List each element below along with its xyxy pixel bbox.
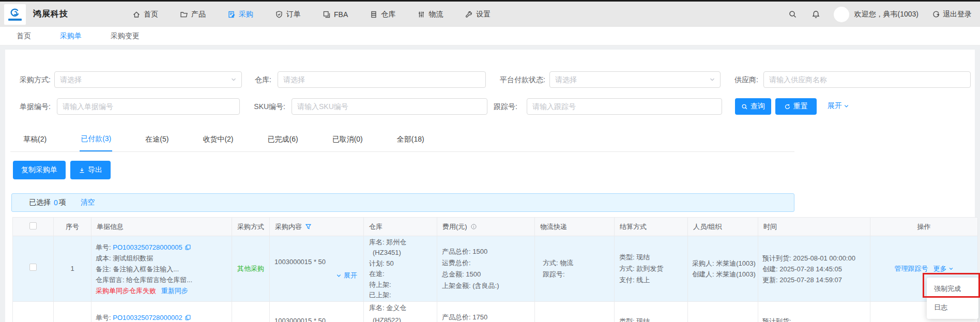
shield-check-icon — [275, 10, 283, 19]
selected-label: 已选择 — [29, 198, 51, 207]
table-row: 1 单号: PO1003250728000005 成本: 测试组织数据 备注: … — [13, 236, 978, 302]
expand-row-link[interactable]: 展开 — [274, 270, 361, 281]
header-method: 采购方式 — [232, 218, 270, 236]
copy-po-button[interactable]: 复制采购单 — [13, 161, 66, 179]
export-button[interactable]: 导出 — [70, 161, 111, 179]
status-tab-completed[interactable]: 已完成(6) — [267, 128, 299, 151]
sync-error-text: 采购单同步仓库失败 — [96, 287, 156, 295]
copy-icon[interactable] — [185, 244, 191, 251]
logo-swirl-icon — [9, 8, 21, 18]
order-no-link[interactable]: PO1003250728000005 — [113, 243, 182, 251]
download-icon — [79, 167, 85, 174]
status-tab-all[interactable]: 全部(18) — [396, 128, 425, 151]
info-circle-icon[interactable] — [470, 223, 477, 230]
search-icon[interactable] — [788, 10, 797, 19]
home-icon — [132, 10, 141, 19]
status-tab-draft[interactable]: 草稿(2) — [22, 128, 48, 151]
tracking-no-input[interactable] — [527, 98, 722, 115]
filter-label-sku-no: SKU编号: — [243, 98, 285, 115]
cell-line: 方式: 款到发货 — [619, 263, 685, 274]
nav-item-purchase[interactable]: 采购 — [224, 8, 256, 21]
resync-link[interactable]: 重新同步 — [161, 287, 188, 295]
nav-item-label: 物流 — [428, 10, 443, 19]
nav-item-label: 采购 — [239, 10, 253, 19]
avatar[interactable] — [834, 7, 849, 22]
nav-item-products[interactable]: 产品 — [177, 8, 209, 21]
row-index: 1 — [54, 236, 91, 302]
manage-tracking-link[interactable]: 管理跟踪号 — [895, 264, 928, 274]
warehouse-input[interactable] — [278, 71, 486, 88]
order-no-label: 单号: — [96, 243, 111, 251]
chevron-down-icon — [336, 273, 342, 279]
main-menu: 首页 产品 采购 订单 — [129, 8, 494, 21]
expand-filters-label: 展开 — [828, 101, 842, 111]
order-no-link[interactable]: PO1003250728000002 — [113, 314, 182, 321]
tab-purchase-changes[interactable]: 采购变更 — [111, 32, 140, 41]
settlement-cell: 类型: 现结 — [615, 302, 688, 322]
filter-funnel-icon[interactable] — [305, 223, 312, 230]
toolbar: 复制采购单 导出 — [13, 161, 111, 179]
app-logo[interactable] — [4, 4, 26, 25]
tabs-divider — [10, 151, 794, 152]
status-tab-cancelled[interactable]: 已取消(0) — [331, 128, 364, 151]
content-cell: 1003000015 * 50 — [270, 302, 364, 322]
nav-item-logistics[interactable]: 物流 — [414, 8, 446, 21]
warehouse-cell: 库名: 郑州仓 (HZ3451) 计划: 50 在途: 待上架: 已上架: — [364, 236, 437, 302]
row-index — [54, 302, 91, 322]
header-select-all — [13, 218, 54, 236]
row-checkbox[interactable] — [29, 264, 37, 271]
logistics-cell — [535, 302, 615, 322]
header-index: 序号 — [54, 218, 91, 236]
header-time: 时间 — [758, 218, 870, 236]
cell-line: 方式: 物流 — [543, 257, 612, 269]
nav-item-label: 订单 — [286, 10, 301, 19]
logout-label: 退出登录 — [943, 10, 972, 19]
dropdown-item-force-complete[interactable]: 强制完成 — [927, 280, 978, 298]
logout-button[interactable]: 退出登录 — [932, 10, 972, 19]
cell-line: (HZ8522) — [369, 314, 435, 322]
cell-line: 计划: 50 — [369, 258, 435, 269]
purchase-method-select[interactable] — [54, 71, 242, 88]
status-tab-paid[interactable]: 已付款(3) — [80, 128, 112, 151]
header-content: 采购内容 — [270, 218, 364, 236]
nav-item-orders[interactable]: 订单 — [272, 8, 304, 21]
method-cell: 其他采购 — [232, 236, 270, 302]
reset-button[interactable]: 重置 — [775, 98, 817, 115]
selected-unit: 项 — [59, 198, 66, 207]
status-tab-receiving[interactable]: 收货中(2) — [202, 128, 234, 151]
supplier-input[interactable] — [763, 71, 971, 88]
main-panel: 采购方式: 仓库: 平台付款状态: 供应商: 单据编号: SKU编号: 跟踪号:… — [5, 50, 975, 322]
select-all-checkbox[interactable] — [29, 222, 37, 229]
refresh-icon — [784, 103, 791, 110]
nav-item-label: 产品 — [191, 10, 206, 19]
tab-home[interactable]: 首页 — [17, 32, 31, 41]
clear-selection-link[interactable]: 清空 — [81, 198, 95, 207]
nav-item-fba[interactable]: FBA — [319, 8, 351, 21]
dropdown-item-log[interactable]: 日志 — [927, 298, 978, 317]
search-button[interactable]: 查询 — [735, 98, 771, 115]
cell-line: 支付: 线上 — [619, 274, 685, 286]
nav-item-label: 仓库 — [381, 10, 395, 19]
folder-icon — [180, 10, 188, 19]
copy-icon[interactable] — [185, 314, 191, 321]
header-fee-label: 费用(元) — [442, 222, 467, 232]
filter-label-tracking-no: 跟踪号: — [470, 98, 517, 115]
cell-line: 跟踪号: — [543, 269, 612, 280]
cell-line: (HZ3451) — [369, 248, 435, 258]
time-cell: 预计到货: 2025-08-01 00:00:00 创建: 2025-07-28… — [758, 236, 870, 302]
purchase-order-table: 序号 单据信息 采购方式 采购内容 仓库 费用(元) — [12, 217, 978, 322]
tab-purchase-orders[interactable]: 采购单 — [60, 32, 82, 41]
filter-label-platform-pay-status: 平台付款状态: — [488, 71, 545, 88]
more-actions-link[interactable]: 更多 — [933, 264, 954, 274]
status-tab-in-transit[interactable]: 在途(5) — [144, 128, 170, 151]
doc-no-input[interactable] — [57, 98, 240, 115]
nav-item-settings[interactable]: 设置 — [462, 8, 494, 21]
cell-line: 库名: 金义仓 — [369, 302, 435, 314]
nav-item-warehouse[interactable]: 仓库 — [366, 8, 399, 21]
bell-icon[interactable] — [811, 10, 820, 19]
nav-item-home[interactable]: 首页 — [129, 8, 161, 21]
table-header-row: 序号 单据信息 采购方式 采购内容 仓库 费用(元) — [13, 218, 978, 236]
platform-pay-status-select[interactable] — [549, 71, 721, 88]
expand-filters-link[interactable]: 展开 — [828, 101, 849, 111]
sku-no-input[interactable] — [292, 98, 487, 115]
